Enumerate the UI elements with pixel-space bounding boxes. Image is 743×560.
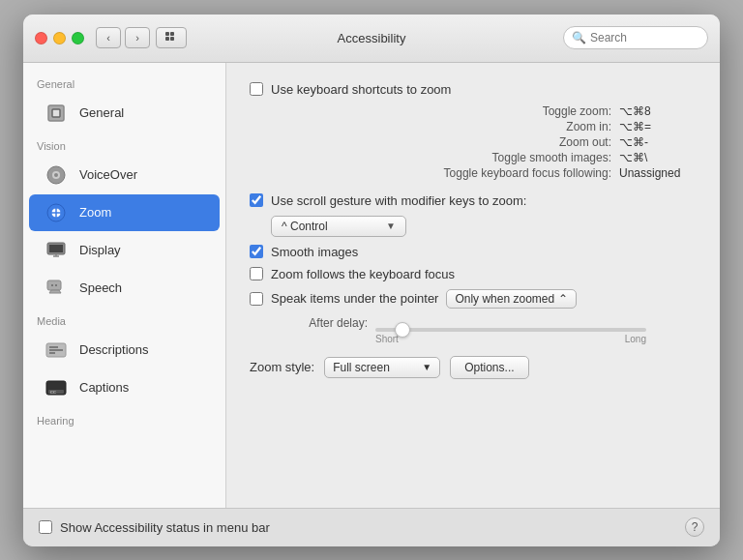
slider-track[interactable] [375, 328, 646, 332]
svg-rect-5 [52, 109, 60, 117]
sidebar-item-descriptions[interactable]: Descriptions [29, 332, 220, 368]
zoom-icon [43, 199, 70, 226]
toggle-keyboard-value: Unassigned [619, 166, 697, 180]
sidebar-item-voiceover-label: VoiceOver [79, 167, 137, 182]
zoom-style-row: Zoom style: Full screen ▼ Options... [250, 356, 697, 379]
sidebar-item-speech-label: Speech [79, 280, 122, 295]
slider-labels: Short Long [375, 334, 646, 344]
keyboard-shortcuts-label: Use keyboard shortcuts to zoom [271, 82, 451, 97]
speech-icon [43, 275, 70, 302]
modifier-key-dropdown[interactable]: ^ Control ▼ [271, 216, 406, 237]
main-window: ‹ › Accessibility 🔍 General [23, 15, 720, 546]
sidebar-item-captions[interactable]: CC Captions [29, 369, 220, 406]
scroll-gesture-dropdown-row: ^ Control ▼ [271, 216, 697, 237]
sidebar-item-general[interactable]: General [29, 95, 220, 132]
status-menu-bar-checkbox[interactable] [39, 520, 52, 534]
svg-rect-3 [170, 37, 174, 41]
speak-items-row: Speak items under the pointer Only when … [250, 289, 697, 309]
zoom-out-label: Zoom out: [418, 135, 611, 149]
scroll-gesture-label: Use scroll gesture with modifier keys to… [271, 193, 526, 208]
speak-items-dropdown[interactable]: Only when zoomed ⌃ [446, 289, 577, 309]
toggle-keyboard-row: Toggle keyboard focus following: Unassig… [250, 166, 697, 180]
zoom-out-value: ⌥⌘- [619, 135, 697, 149]
smooth-images-label: Smooth images [271, 245, 358, 259]
slider-long-label: Long [625, 334, 646, 344]
section-label-media: Media [23, 308, 225, 331]
window-title: Accessibility [338, 31, 406, 45]
toggle-zoom-value: ⌥⌘8 [619, 104, 697, 118]
titlebar: ‹ › Accessibility 🔍 [23, 15, 720, 63]
svg-rect-0 [165, 32, 169, 36]
dropdown-arrow-icon: ▼ [386, 221, 396, 231]
back-button[interactable]: ‹ [96, 27, 121, 48]
smooth-images-row: Smooth images [250, 245, 697, 259]
toggle-zoom-label: Toggle zoom: [418, 104, 611, 118]
search-icon: 🔍 [572, 31, 586, 44]
svg-rect-2 [165, 37, 169, 41]
scroll-gesture-checkbox[interactable] [250, 193, 263, 207]
sidebar-item-display-label: Display [79, 243, 121, 257]
scroll-gesture-row: Use scroll gesture with modifier keys to… [250, 193, 697, 208]
search-input[interactable] [590, 31, 697, 44]
forward-button[interactable]: › [125, 27, 150, 48]
zoom-style-dropdown[interactable]: Full screen ▼ [324, 357, 440, 378]
section-label-vision: Vision [23, 133, 225, 156]
captions-icon: CC [43, 374, 70, 401]
speak-items-arrow-icon: ⌃ [558, 292, 568, 306]
speak-items-checkbox[interactable] [250, 292, 263, 306]
slider-short-label: Short [375, 334, 399, 344]
speak-items-label: Speak items under the pointer [271, 291, 438, 306]
sidebar-item-speech[interactable]: Speech [29, 270, 220, 307]
content: General General Vision [23, 63, 720, 508]
zoom-style-arrow-icon: ▼ [422, 362, 431, 372]
shortcut-table: Toggle zoom: ⌥⌘8 Zoom in: ⌥⌘= Zoom out: … [250, 104, 697, 180]
sidebar-item-general-label: General [79, 105, 124, 120]
zoom-in-label: Zoom in: [418, 120, 611, 133]
maximize-button[interactable] [72, 32, 84, 44]
zoom-style-value: Full screen [333, 361, 390, 374]
minimize-button[interactable] [53, 32, 66, 44]
svg-rect-1 [170, 32, 174, 36]
search-box[interactable]: 🔍 [563, 26, 708, 49]
toggle-smooth-row: Toggle smooth images: ⌥⌘\ [250, 151, 697, 164]
keyboard-focus-checkbox[interactable] [250, 267, 263, 280]
toggle-keyboard-label: Toggle keyboard focus following: [418, 166, 611, 180]
slider-container: Short Long [375, 316, 646, 344]
zoom-in-value: ⌥⌘= [619, 120, 697, 133]
after-delay-label: After delay: [271, 316, 368, 330]
bottom-bar: Show Accessibility status in menu bar ? [23, 508, 720, 546]
sidebar: General General Vision [23, 63, 226, 508]
sidebar-item-zoom[interactable]: Zoom [29, 194, 220, 231]
general-icon [43, 100, 70, 127]
toggle-smooth-label: Toggle smooth images: [418, 151, 611, 164]
svg-text:CC: CC [50, 389, 56, 394]
modifier-key-value: ^ Control [282, 220, 328, 233]
nav-buttons: ‹ › [96, 27, 150, 48]
keyboard-shortcuts-checkbox[interactable] [250, 82, 263, 96]
svg-point-16 [51, 284, 53, 286]
toggle-zoom-row: Toggle zoom: ⌥⌘8 [250, 104, 697, 118]
close-button[interactable] [35, 32, 47, 44]
zoom-in-row: Zoom in: ⌥⌘= [250, 120, 697, 133]
toggle-smooth-value: ⌥⌘\ [619, 151, 697, 164]
options-button[interactable]: Options... [450, 356, 528, 379]
grid-button[interactable] [156, 27, 187, 48]
slider-thumb[interactable] [395, 322, 410, 338]
zoom-style-label: Zoom style: [250, 360, 314, 374]
sidebar-item-captions-label: Captions [79, 380, 129, 395]
svg-rect-14 [49, 245, 63, 252]
zoom-out-row: Zoom out: ⌥⌘- [250, 135, 697, 149]
status-menu-bar-label: Show Accessibility status in menu bar [60, 520, 270, 535]
help-button[interactable]: ? [685, 517, 704, 537]
descriptions-icon [43, 337, 70, 364]
smooth-images-checkbox[interactable] [250, 245, 263, 258]
section-label-general: General [23, 71, 225, 94]
sidebar-item-display[interactable]: Display [29, 232, 220, 269]
section-label-hearing: Hearing [23, 407, 225, 430]
sidebar-item-voiceover[interactable]: VoiceOver [29, 157, 220, 193]
svg-rect-15 [47, 280, 61, 290]
traffic-lights [35, 32, 84, 44]
display-icon [43, 237, 70, 264]
keyboard-shortcuts-row: Use keyboard shortcuts to zoom [250, 82, 697, 97]
keyboard-focus-label: Zoom follows the keyboard focus [271, 267, 455, 281]
